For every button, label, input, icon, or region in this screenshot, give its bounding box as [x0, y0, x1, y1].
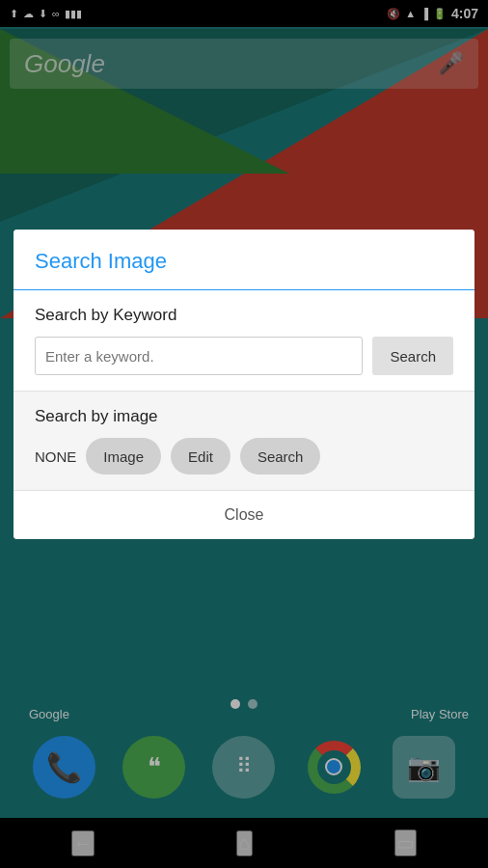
edit-button[interactable]: Edit	[171, 438, 230, 475]
image-section-label: Search by image	[35, 407, 453, 426]
image-section: Search by image NONE Image Edit Search	[14, 392, 474, 490]
image-search-button[interactable]: Search	[240, 438, 321, 475]
close-button[interactable]: Close	[205, 506, 284, 524]
dialog-title: Search Image	[14, 230, 474, 290]
keyword-section-label: Search by Keyword	[35, 306, 453, 325]
image-button[interactable]: Image	[86, 438, 161, 475]
keyword-row: Search	[35, 337, 453, 375]
keyword-section: Search by Keyword Search	[14, 290, 474, 391]
none-label: NONE	[35, 448, 76, 465]
image-buttons-row: NONE Image Edit Search	[35, 438, 453, 475]
close-row: Close	[14, 491, 474, 539]
keyword-input[interactable]	[35, 337, 363, 375]
keyword-search-button[interactable]: Search	[372, 337, 453, 375]
search-image-dialog: Search Image Search by Keyword Search Se…	[14, 230, 474, 539]
